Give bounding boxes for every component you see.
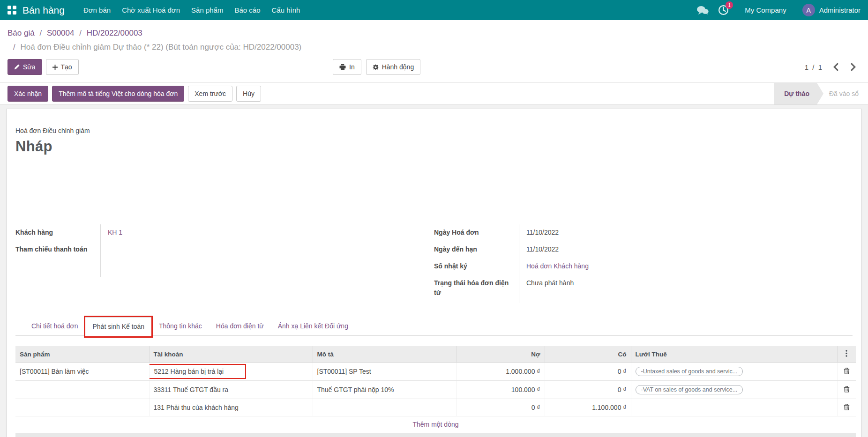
breadcrumb-hd-2022-00003[interactable]: HD/2022/00003	[87, 29, 142, 37]
invoice-date-label: Ngày Hoá đơn	[434, 224, 519, 241]
col-tax-grid[interactable]: Lưới Thuế	[631, 346, 837, 363]
print-button[interactable]: In	[333, 59, 361, 75]
breadcrumb-separator: /	[39, 29, 42, 37]
breadcrumb-current: / Hoá đơn Điều chỉnh giảm Dự thảo (* 22)…	[10, 41, 861, 54]
state-posted[interactable]: Đã vào sổ	[823, 83, 868, 104]
pager-next-icon[interactable]	[851, 63, 856, 71]
add-vietnamese-description-button[interactable]: Thêm mô tả tiếng Việt cho dòng hóa đơn	[52, 86, 184, 102]
col-description[interactable]: Mô tả	[313, 346, 456, 363]
due-date-label: Ngày đến hạn	[434, 241, 519, 258]
invoice-sheet: Hoá đơn Điều chỉnh giảm Nháp Khách hàng …	[6, 109, 862, 437]
document-title: Nháp	[15, 138, 853, 155]
tab-chi-tiet-hoa-don[interactable]: Chi tiết hoá đơn	[24, 317, 85, 335]
cell-account: 131 Phải thu của khách hàng	[149, 399, 313, 416]
messages-icon[interactable]	[696, 6, 709, 15]
breadcrumb-separator: /	[79, 29, 82, 37]
breadcrumb: Báo giá / S00004 / HD/2022/00003	[7, 27, 861, 40]
form-view: Hoá đơn Điều chỉnh giảm Nháp Khách hàng …	[0, 105, 868, 437]
einvoice-status-label: Trạng thái hóa đơn điện tử	[434, 275, 519, 303]
preview-button[interactable]: Xem trước	[188, 86, 232, 102]
cell-description	[313, 399, 456, 416]
table-row[interactable]: 33311 Thuế GTGT đầu ra Thuế GTGT phải nộ…	[15, 381, 856, 399]
tax-grid-tag: -VAT on sales of goods and service...	[636, 385, 743, 394]
pager-previous-icon[interactable]	[833, 63, 838, 71]
cell-tax-grid: -Untaxed sales of goods and servic...	[631, 363, 837, 381]
create-button[interactable]: Tạo	[46, 59, 79, 75]
add-line-link[interactable]: Thêm một dòng	[15, 416, 856, 434]
cell-debit: 100.000 ₫	[456, 381, 545, 399]
fields-right: Ngày Hoá đơn 11/10/2022 Ngày đến hạn 11/…	[434, 224, 853, 303]
table-row[interactable]: 131 Phải thu của khách hàng 0 ₫ 1.100.00…	[15, 399, 856, 416]
control-panel: Báo giá / S00004 / HD/2022/00003 / Hoá đ…	[0, 20, 868, 82]
menu-cho-xuat-hoa-don[interactable]: Chờ xuất Hoá đơn	[116, 0, 186, 20]
breadcrumb-current-title: Hoá đơn Điều chỉnh giảm Dự thảo (* 22) (…	[20, 43, 301, 52]
app-brand[interactable]: Bán hàng	[22, 5, 65, 16]
toolbar: Sửa Tạo In Hành động 1 / 1	[7, 58, 861, 76]
total-debit: 1.100.000,00	[456, 433, 545, 437]
col-debit[interactable]: Nợ	[456, 346, 545, 363]
einvoice-status-value: Chưa phát hành	[519, 275, 853, 303]
printer-icon	[339, 64, 346, 70]
user-name: Administrator	[819, 6, 861, 14]
cell-product: [ST00011] Bàn làm việc	[15, 363, 149, 381]
table-row[interactable]: [ST00011] Bàn làm việc 5212 Hàng bán bị …	[15, 363, 856, 381]
customer-value[interactable]: KH 1	[101, 224, 434, 241]
payment-ref-value	[101, 241, 434, 277]
action-button[interactable]: Hành động	[366, 59, 421, 75]
activities-icon[interactable]: 1	[718, 5, 729, 15]
menu-don-ban[interactable]: Đơn bán	[78, 0, 116, 20]
cell-credit: 0 ₫	[545, 381, 631, 399]
menu-san-pham[interactable]: Sản phẩm	[186, 0, 229, 20]
tab-hoa-don-dien-tu[interactable]: Hóa đơn điện tử	[209, 317, 271, 335]
invoice-fields: Khách hàng KH 1 Tham chiếu thanh toán Ng…	[15, 224, 853, 303]
activity-badge: 1	[726, 1, 733, 9]
plus-icon	[52, 65, 58, 70]
statusbar: Xác nhận Thêm mô tả tiếng Việt cho dòng …	[0, 82, 868, 105]
tab-anh-xa-lien-ket-doi-ung[interactable]: Ánh xạ Liên kết Đối ứng	[271, 317, 355, 335]
apps-menu-icon[interactable]	[7, 6, 16, 15]
tab-phat-sinh-ke-toan[interactable]: Phát sinh Kế toán	[85, 317, 152, 336]
col-credit[interactable]: Có	[545, 346, 631, 363]
menu-bao-cao[interactable]: Báo cáo	[229, 0, 266, 20]
state-steps: Dự thảo Đã vào sổ	[774, 83, 868, 104]
table-header-row: Sản phẩm Tài khoản Mô tả Nợ Có Lưới Thuế	[15, 346, 856, 363]
cell-debit: 1.000.000 ₫	[456, 363, 545, 381]
menu-cau-hinh[interactable]: Cấu hình	[266, 0, 306, 20]
col-account[interactable]: Tài khoản	[149, 346, 313, 363]
tab-thong-tin-khac[interactable]: Thông tin khác	[152, 317, 209, 335]
cancel-button[interactable]: Hủy	[236, 86, 261, 102]
delete-row-icon[interactable]	[844, 385, 850, 393]
notebook-tabs: Chi tiết hoá đơn Phát sinh Kế toán Thông…	[15, 317, 853, 336]
total-credit: 1.100.000,00	[545, 433, 631, 437]
breadcrumb-s00004[interactable]: S00004	[47, 29, 75, 37]
cell-description: [ST00011] SP Test	[313, 363, 456, 381]
cell-product	[15, 381, 149, 399]
cell-account: 5212 Hàng bán bị trả lại	[149, 363, 313, 381]
tax-grid-tag: -Untaxed sales of goods and servic...	[636, 367, 743, 376]
delete-row-icon[interactable]	[844, 403, 850, 410]
payment-ref-label: Tham chiếu thanh toán	[15, 241, 101, 277]
confirm-button[interactable]: Xác nhận	[7, 86, 48, 102]
cell-description: Thuế GTGT phải nộp 10%	[313, 381, 456, 399]
edit-button[interactable]: Sửa	[7, 59, 42, 75]
cell-product	[15, 399, 149, 416]
col-product[interactable]: Sản phẩm	[15, 346, 149, 363]
pencil-icon	[14, 64, 20, 70]
journal-items-table: Sản phẩm Tài khoản Mô tả Nợ Có Lưới Thuế…	[15, 346, 856, 437]
user-menu[interactable]: A Administrator	[802, 4, 861, 16]
cell-debit: 0 ₫	[456, 399, 545, 416]
main-menu: Đơn bán Chờ xuất Hoá đơn Sản phẩm Báo cá…	[78, 0, 306, 20]
delete-row-icon[interactable]	[844, 367, 850, 374]
breadcrumb-bao-gia[interactable]: Báo giá	[7, 29, 35, 37]
journal-label: Sổ nhật ký	[434, 258, 519, 275]
customer-label: Khách hàng	[15, 224, 101, 241]
journal-value[interactable]: Hoá đơn Khách hàng	[519, 258, 853, 275]
totals-row: 1.100.000,00 1.100.000,00	[15, 433, 856, 437]
optional-columns-icon[interactable]	[846, 350, 847, 357]
document-type-label: Hoá đơn Điều chỉnh giảm	[15, 127, 853, 134]
state-draft[interactable]: Dự thảo	[774, 83, 823, 104]
company-switcher[interactable]: My Company	[745, 6, 786, 14]
cell-credit: 1.100.000 ₫	[545, 399, 631, 416]
top-navbar: Bán hàng Đơn bán Chờ xuất Hoá đơn Sản ph…	[0, 0, 868, 20]
cell-tax-grid	[631, 399, 837, 416]
